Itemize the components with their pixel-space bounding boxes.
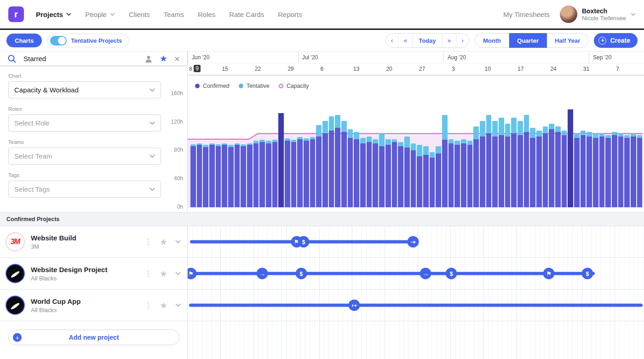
chart-bar[interactable] bbox=[518, 93, 523, 207]
chart-bar[interactable] bbox=[197, 93, 202, 207]
milestone-end-arrow-icon[interactable]: ⇥ bbox=[407, 236, 419, 248]
chart-bar[interactable] bbox=[310, 93, 316, 207]
chart-type-select[interactable]: Capacity & Workload bbox=[8, 81, 161, 98]
nav-teams[interactable]: Teams bbox=[164, 11, 184, 18]
milestone-flag-icon[interactable]: ⚑ bbox=[543, 268, 555, 279]
chart-bar[interactable] bbox=[631, 93, 636, 207]
chart-bar[interactable] bbox=[222, 93, 227, 207]
chart-bar[interactable] bbox=[473, 93, 479, 207]
chart-bar[interactable] bbox=[423, 93, 429, 207]
milestone-start-arrow-icon[interactable]: ↦ bbox=[349, 300, 360, 311]
starred-filter-icon[interactable]: ★ bbox=[160, 53, 167, 64]
milestone-dollar-icon[interactable]: $ bbox=[446, 268, 457, 279]
chart-bar[interactable] bbox=[398, 93, 403, 207]
role-select[interactable]: Select Role bbox=[8, 114, 161, 131]
view-quarter-button[interactable]: Quarter bbox=[509, 33, 547, 48]
chart-bar[interactable] bbox=[618, 93, 624, 207]
project-info[interactable]: World Cup App All Blacks ⋮ ★ bbox=[0, 290, 188, 321]
milestone-dollar-icon[interactable]: $ bbox=[582, 268, 593, 279]
legend-item[interactable]: Tentative bbox=[239, 83, 270, 89]
chart-bar[interactable] bbox=[543, 93, 548, 207]
chart-bar[interactable] bbox=[367, 93, 372, 207]
chart-bar[interactable] bbox=[291, 93, 297, 207]
chevron-down-icon[interactable] bbox=[175, 303, 181, 307]
chart-bar[interactable] bbox=[190, 93, 196, 207]
chart-bar[interactable] bbox=[593, 93, 598, 207]
add-new-project-button[interactable]: + Add new project bbox=[8, 330, 179, 345]
next-button[interactable]: › bbox=[456, 34, 469, 47]
chart-bar[interactable] bbox=[354, 93, 359, 207]
team-select[interactable]: Select Team bbox=[8, 148, 161, 165]
charts-button[interactable]: Charts bbox=[6, 34, 42, 47]
chart-bar[interactable] bbox=[272, 93, 278, 207]
chart-bar[interactable] bbox=[392, 93, 397, 207]
chart-bar[interactable] bbox=[259, 93, 265, 207]
chart-bar[interactable] bbox=[348, 93, 353, 207]
project-timeline-lane[interactable]: ⚑$⇥ bbox=[188, 226, 644, 257]
chart-bar[interactable] bbox=[430, 93, 435, 207]
chart-bar[interactable] bbox=[524, 93, 529, 207]
chart-bar[interactable] bbox=[454, 93, 460, 207]
nav-rate-cards[interactable]: Rate Cards bbox=[229, 11, 264, 18]
project-info[interactable]: 3M Website Build 3M ⋮ ★ bbox=[0, 226, 188, 257]
milestone-dollar-icon[interactable]: $ bbox=[295, 268, 307, 279]
search-bar[interactable]: Starred ★ × bbox=[0, 51, 187, 66]
account-menu[interactable]: Boxtech Nicole Tiefensee bbox=[560, 6, 636, 23]
chart-bar[interactable] bbox=[216, 93, 221, 207]
chart-bar[interactable] bbox=[605, 93, 611, 207]
chart-bar[interactable] bbox=[436, 93, 441, 207]
kebab-menu-icon[interactable]: ⋮ bbox=[145, 303, 152, 307]
chart-bar[interactable] bbox=[322, 93, 328, 207]
project-timeline-lane[interactable]: ⚑→$→$⚑$ bbox=[188, 258, 644, 289]
chart-bar[interactable] bbox=[278, 93, 284, 207]
chart-bar[interactable] bbox=[235, 93, 240, 207]
chart-bar[interactable] bbox=[492, 93, 498, 207]
chart-bar[interactable] bbox=[203, 93, 208, 207]
chart-bar[interactable] bbox=[599, 93, 605, 207]
chart-bar[interactable] bbox=[360, 93, 366, 207]
kebab-menu-icon[interactable]: ⋮ bbox=[145, 240, 152, 244]
chart-bar[interactable] bbox=[411, 93, 416, 207]
star-icon[interactable]: ★ bbox=[160, 237, 167, 247]
chevron-down-icon[interactable] bbox=[175, 240, 181, 244]
today-button[interactable]: Today bbox=[412, 34, 442, 47]
create-button[interactable]: + Create bbox=[594, 33, 638, 48]
chart-bar[interactable] bbox=[253, 93, 259, 207]
milestone-arrow-icon[interactable]: → bbox=[420, 268, 431, 279]
project-timeline-lane[interactable]: ↦ bbox=[188, 290, 644, 321]
timeline-header[interactable]: Jun '20Jul '20Aug '20Sep '20 89152229613… bbox=[188, 51, 644, 75]
kebab-menu-icon[interactable]: ⋮ bbox=[145, 272, 152, 275]
star-icon[interactable]: ★ bbox=[160, 300, 167, 311]
chart-bar[interactable] bbox=[329, 93, 334, 207]
chart-bar[interactable] bbox=[448, 93, 454, 207]
chart-bar[interactable] bbox=[637, 93, 643, 207]
chart-bar[interactable] bbox=[442, 93, 448, 207]
chart-bar[interactable] bbox=[480, 93, 485, 207]
nav-reports[interactable]: Reports bbox=[278, 11, 302, 18]
chart-bar[interactable] bbox=[511, 93, 517, 207]
fast-next-button[interactable]: » bbox=[442, 34, 456, 47]
empty-timeline-lane[interactable] bbox=[188, 321, 644, 359]
chart-bar[interactable] bbox=[467, 93, 473, 207]
tentative-projects-toggle[interactable] bbox=[50, 36, 67, 46]
fast-prev-button[interactable]: « bbox=[398, 34, 412, 47]
chart-bar[interactable] bbox=[562, 93, 567, 207]
person-filter-icon[interactable] bbox=[144, 55, 153, 63]
nav-roles[interactable]: Roles bbox=[198, 11, 215, 18]
chart-bar[interactable] bbox=[209, 93, 215, 207]
search-input[interactable]: Starred bbox=[23, 55, 138, 63]
chart-bar[interactable] bbox=[285, 93, 290, 207]
prev-button[interactable]: ‹ bbox=[386, 34, 398, 47]
nav-people[interactable]: People bbox=[85, 11, 115, 18]
tags-select[interactable]: Select Tags bbox=[8, 181, 161, 198]
chart-bar[interactable] bbox=[581, 93, 586, 207]
chart-bar[interactable] bbox=[228, 93, 234, 207]
chart-bar[interactable] bbox=[404, 93, 410, 207]
milestone-dollar-icon[interactable]: $ bbox=[298, 236, 309, 248]
chart-bar[interactable] bbox=[586, 93, 592, 207]
chart-bar[interactable] bbox=[266, 93, 271, 207]
view-month-button[interactable]: Month bbox=[475, 33, 509, 48]
chart-bar[interactable] bbox=[297, 93, 303, 207]
chart-bar[interactable] bbox=[417, 93, 422, 207]
chart-bar[interactable] bbox=[241, 93, 246, 207]
